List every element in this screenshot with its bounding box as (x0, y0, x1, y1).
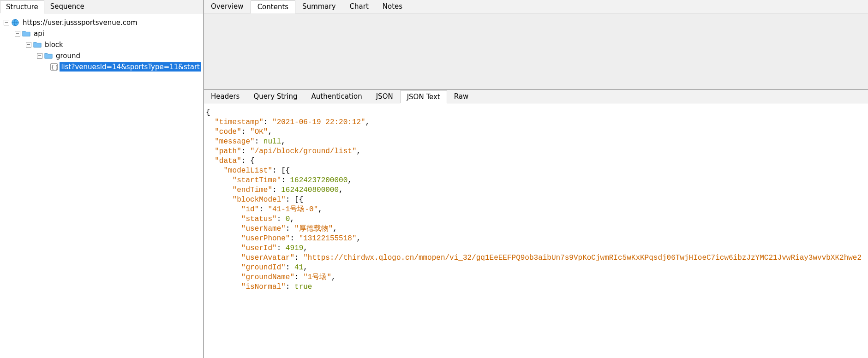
json-key: userAvatar (245, 254, 290, 262)
tree-node-block[interactable]: − block (2, 39, 201, 50)
tree-node-request[interactable]: { } list?venuesId=14&sportsType=11&start (2, 61, 201, 72)
subtab-headers[interactable]: Headers (204, 90, 246, 103)
tab-chart[interactable]: Chart (343, 0, 376, 13)
left-panel: Structure Sequence − https://user.jusssp… (0, 0, 204, 358)
json-value: 2021-06-19 22:20:12 (277, 118, 361, 126)
json-key: modelList (228, 167, 268, 175)
json-key: groundName (245, 273, 290, 281)
json-key: endTime (237, 186, 268, 194)
json-key: timestamp (219, 118, 259, 126)
request-preview-pane (204, 13, 868, 90)
json-key: status (245, 215, 272, 223)
json-value: /api/block/ground/list (255, 147, 352, 155)
json-value: 13122155518 (303, 234, 352, 243)
content-tabbar: Overview Contents Summary Chart Notes (204, 0, 868, 13)
tree-label-request: list?venuesId=14&sportsType=11&start (60, 62, 201, 72)
json-value: OK (255, 128, 263, 136)
tab-overview[interactable]: Overview (204, 0, 251, 13)
json-key: data (219, 157, 237, 165)
subtab-json-text[interactable]: JSON Text (400, 90, 447, 103)
json-value: 1号场 (308, 273, 327, 281)
tree-node-host[interactable]: − https://user.jusssportsvenue.com (2, 17, 201, 28)
json-key: code (219, 128, 237, 136)
json-key: userName (245, 225, 281, 233)
json-key: userPhone (245, 234, 285, 243)
json-key: userId (245, 244, 272, 252)
json-key: id (245, 205, 254, 214)
folder-icon (22, 30, 30, 38)
json-value: 4919 (286, 244, 303, 252)
tab-contents[interactable]: Contents (251, 0, 295, 13)
tree-label-host: https://user.jusssportsvenue.com (21, 18, 139, 27)
json-value: 厚德载物 (299, 225, 329, 233)
right-panel: Overview Contents Summary Chart Notes He… (204, 0, 868, 358)
expander-icon[interactable]: − (4, 20, 9, 25)
response-tabbar: Headers Query String Authentication JSON… (204, 90, 868, 103)
tab-sequence[interactable]: Sequence (44, 0, 90, 13)
left-tabbar: Structure Sequence (0, 0, 203, 13)
json-key: message (219, 137, 250, 146)
json-value: 1624240800000 (281, 186, 339, 194)
json-value: 41-1号场-0 (272, 205, 314, 214)
json-value: null (263, 137, 281, 146)
tree-node-ground[interactable]: − ground (2, 50, 201, 61)
json-key: path (219, 147, 237, 155)
tab-notes[interactable]: Notes (376, 0, 409, 13)
tab-structure[interactable]: Structure (0, 0, 44, 13)
json-key: startTime (237, 176, 276, 185)
globe-icon (11, 18, 19, 27)
expander-icon[interactable]: − (15, 31, 20, 36)
folder-icon (44, 52, 53, 60)
json-key: isNormal (245, 283, 281, 291)
json-key: blockModel (237, 196, 281, 204)
json-value: 41 (294, 263, 303, 272)
tree-node-api[interactable]: − api (2, 28, 201, 39)
subtab-json[interactable]: JSON (369, 90, 400, 103)
tree-label-api: api (32, 29, 46, 38)
json-text-pane[interactable]: { "timestamp": "2021-06-19 22:20:12", "c… (204, 103, 868, 358)
tab-summary[interactable]: Summary (295, 0, 343, 13)
request-tree: − https://user.jusssportsvenue.com − api… (0, 13, 203, 358)
json-value: https://thirdwx.qlogo.cn/mmopen/vi_32/gq… (308, 254, 862, 262)
subtab-query-string[interactable]: Query String (246, 90, 304, 103)
folder-icon (33, 41, 42, 49)
subtab-authentication[interactable]: Authentication (305, 90, 369, 103)
json-value: 0 (286, 215, 290, 223)
expander-icon[interactable]: − (37, 53, 42, 59)
tree-label-ground: ground (54, 51, 82, 60)
json-value: true (294, 283, 312, 291)
tree-label-block: block (43, 40, 65, 49)
subtab-raw[interactable]: Raw (447, 90, 476, 103)
json-file-icon: { } (50, 63, 58, 71)
json-value: 1624237200000 (290, 176, 347, 185)
json-key: groundId (245, 263, 281, 272)
expander-icon[interactable]: − (26, 42, 31, 48)
